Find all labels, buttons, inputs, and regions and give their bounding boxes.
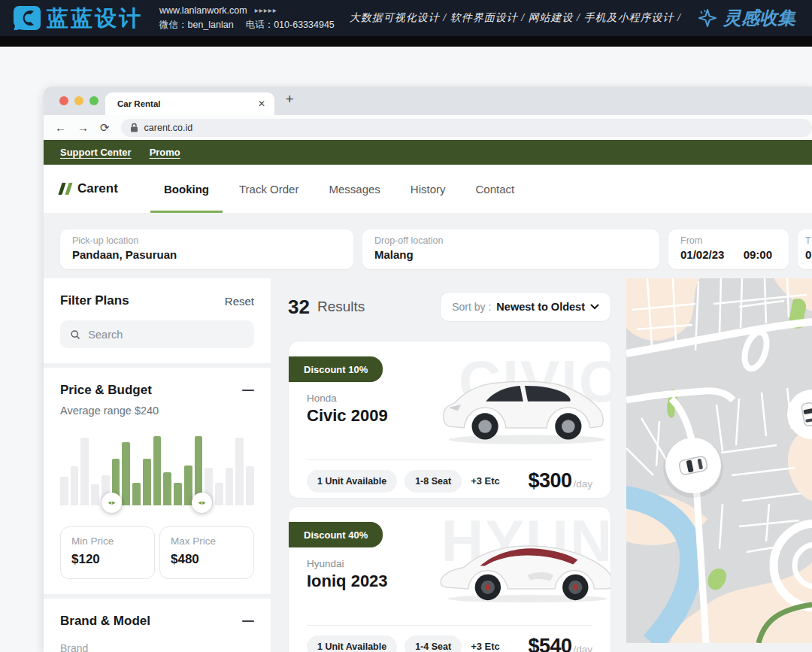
utility-bar: Support Center Promo — [44, 140, 812, 165]
sort-dropdown[interactable]: Sort by : Newest to Oldest — [440, 292, 611, 322]
window-controls[interactable] — [59, 96, 98, 105]
carent-logo[interactable]: Carent — [60, 181, 155, 196]
histogram-bar — [215, 483, 223, 505]
nav-item-history[interactable]: History — [411, 165, 446, 213]
lock-icon — [130, 123, 138, 132]
histogram-bar — [235, 438, 244, 505]
banner-collect-text: 灵感收集 — [723, 6, 795, 30]
forward-icon[interactable]: → — [77, 122, 89, 133]
price-unit: /day — [573, 644, 592, 652]
price-histogram: ◂ ▸ ◂ ▸ — [60, 436, 254, 505]
to-label: T — [805, 235, 812, 246]
filter-panel: Filter Plans Reset — [44, 278, 271, 652]
units-tag: 1 Unit Available — [307, 470, 397, 493]
card-divider — [307, 625, 592, 626]
map-car-marker[interactable] — [663, 438, 723, 498]
car-model: Civic 2009 — [307, 406, 388, 426]
pickup-location-field[interactable]: Pick-up location Pandaan, Pasuruan — [60, 229, 353, 269]
reload-icon[interactable]: ⟳ — [100, 122, 110, 133]
histogram-bar — [132, 483, 141, 505]
close-window-icon[interactable] — [59, 96, 68, 105]
brand-group-label: Brand — [60, 642, 254, 652]
collapse-minus-icon[interactable] — [242, 620, 254, 623]
price-budget-title: Price & Budget — [60, 383, 152, 398]
price-per-day: $540 — [528, 635, 571, 652]
lanlan-logo-text: 蓝蓝设计 — [47, 8, 143, 29]
main-nav: Carent Booking Track Order Messages Hist… — [44, 165, 812, 213]
map-panel[interactable] — [626, 278, 812, 643]
url-bar[interactable]: carent.co.id — [121, 119, 812, 137]
histogram-bar — [163, 472, 171, 505]
seats-tag: 1-4 Seat — [404, 635, 462, 652]
from-label: From — [680, 235, 777, 246]
histogram-bar — [246, 466, 254, 505]
minimize-window-icon[interactable] — [74, 96, 83, 105]
sort-prefix: Sort by : — [452, 301, 491, 313]
browser-tabbar: Car Rental ✕ + — [44, 86, 812, 115]
brand-model-title: Brand & Model — [60, 614, 150, 629]
promo-link[interactable]: Promo — [150, 147, 180, 158]
search-icon — [70, 329, 80, 341]
range-slider-handle-min[interactable]: ◂ ▸ — [102, 493, 122, 513]
to-value: 0 — [805, 248, 812, 261]
histogram-bar — [174, 483, 182, 505]
maximize-window-icon[interactable] — [89, 96, 98, 105]
browser-tab[interactable]: Car Rental ✕ — [105, 92, 274, 115]
banner-tagline: 大数据可视化设计 / 软件界面设计 / 网站建设 / 手机及小程序设计 / 软件… — [350, 11, 683, 25]
promo-banner: 蓝蓝设计 www.lanlanwork.com ▸▸▸▸▸ 微信：ben_lan… — [0, 0, 812, 36]
car-card-ioniq[interactable]: HYUN Discount 40% Hyundai Ioniq 2023 — [288, 506, 611, 652]
slider-arrows-icon: ▸ — [112, 499, 116, 506]
nav-item-messages[interactable]: Messages — [329, 165, 380, 213]
filter-header-section: Filter Plans Reset — [44, 278, 271, 363]
more-features-tag: +3 Etc — [471, 641, 500, 652]
sparkle-star-icon — [698, 8, 717, 28]
discount-badge: Discount 40% — [289, 522, 383, 547]
filter-search-input[interactable] — [60, 320, 254, 348]
nav-items: Booking Track Order Messages History Con… — [164, 165, 514, 213]
price-budget-section: Price & Budget Average range $240 ◂ ▸ ◂ — [44, 368, 271, 594]
results-count-label: Results — [317, 299, 365, 315]
nav-item-contact[interactable]: Contact — [476, 165, 515, 213]
results-count: 32 — [288, 296, 310, 319]
nav-item-track-order[interactable]: Track Order — [239, 165, 298, 213]
banner-divider — [0, 36, 812, 47]
min-price-label: Min Price — [71, 535, 144, 547]
chevron-down-icon — [590, 304, 599, 310]
support-center-link[interactable]: Support Center — [60, 147, 132, 158]
to-datetime-field-clipped[interactable]: T 0 — [798, 229, 812, 269]
dropoff-label: Drop-off location — [374, 235, 647, 246]
reset-button[interactable]: Reset — [225, 295, 254, 308]
tab-title: Car Rental — [117, 99, 258, 108]
map-canvas[interactable] — [626, 278, 812, 643]
new-tab-icon[interactable]: + — [286, 92, 294, 108]
dropoff-location-field[interactable]: Drop-off location Malang — [362, 229, 659, 269]
histogram-bar — [153, 436, 162, 505]
nav-item-booking[interactable]: Booking — [164, 165, 209, 213]
url-text: carent.co.id — [144, 123, 193, 133]
slider-arrows-icon: ▸ — [202, 499, 206, 506]
from-datetime-field[interactable]: From 01/02/23 09:00 — [668, 229, 789, 269]
tab-close-icon[interactable]: ✕ — [258, 99, 265, 109]
histogram-bar — [91, 484, 99, 505]
lanlan-brand: 蓝蓝设计 — [14, 6, 143, 30]
from-time: 09:00 — [744, 248, 772, 261]
price-per-day: $300 — [528, 469, 571, 493]
max-price-field[interactable]: Max Price $480 — [159, 526, 254, 579]
browser-window: Car Rental ✕ + ← → ⟳ carent.co.id Suppor… — [44, 86, 812, 652]
car-brand: Hyundai — [307, 558, 344, 569]
ioniq-car-image — [438, 532, 611, 608]
filter-title: Filter Plans — [60, 293, 129, 308]
back-icon[interactable]: ← — [55, 122, 66, 133]
min-price-field[interactable]: Min Price $120 — [60, 526, 155, 579]
brand-model-section: Brand & Model Brand ✓ BMW Honda — [44, 599, 271, 652]
range-slider-handle-max[interactable]: ◂ ▸ — [192, 493, 212, 513]
collapse-minus-icon[interactable] — [242, 390, 254, 392]
filter-search-text[interactable] — [88, 329, 244, 341]
histogram-bar — [71, 466, 79, 505]
discount-badge: Discount 10% — [289, 356, 383, 382]
banner-phone: 电话：010-63334945 — [246, 19, 335, 32]
sort-value: Newest to Oldest — [496, 301, 585, 313]
banner-collect: 灵感收集 — [698, 6, 795, 30]
histogram-bar — [226, 468, 234, 505]
car-card-civic[interactable]: CIVIC Discount 10% Honda Civic 20 — [288, 341, 611, 499]
